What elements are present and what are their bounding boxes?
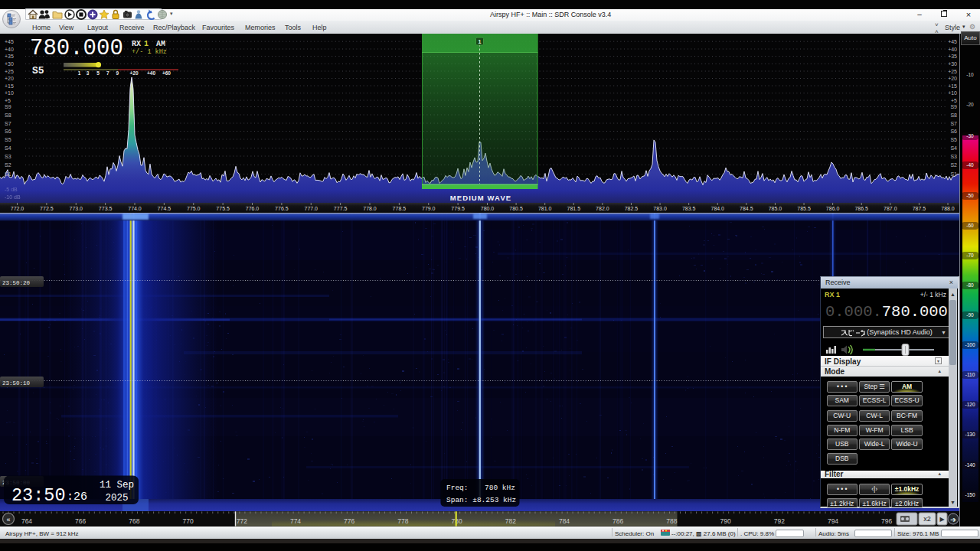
svg-text:+20: +20 <box>129 70 138 76</box>
svg-text:780.000: 780.000 <box>30 36 123 61</box>
svg-text:780.5: 780.5 <box>509 206 523 211</box>
svg-text:+40: +40 <box>147 70 155 76</box>
svg-text:782.0: 782.0 <box>596 206 609 211</box>
svg-text:788: 788 <box>666 517 677 525</box>
svg-text:+20: +20 <box>948 76 957 81</box>
svg-text:-10 dB: -10 dB <box>5 194 21 200</box>
svg-text:+30: +30 <box>948 61 957 67</box>
svg-text:764: 764 <box>21 517 32 525</box>
svg-text:776.5: 776.5 <box>275 206 289 211</box>
svg-text:+45: +45 <box>948 39 957 44</box>
svg-text:1: 1 <box>78 70 81 76</box>
svg-text:23:50:10: 23:50:10 <box>2 380 31 386</box>
svg-text:785.0: 785.0 <box>769 206 782 211</box>
svg-text:S7: S7 <box>5 121 11 126</box>
svg-text:➔: ➔ <box>950 516 956 523</box>
svg-text:790: 790 <box>720 517 731 525</box>
svg-text:787.5: 787.5 <box>913 206 926 211</box>
svg-text:+40: +40 <box>5 47 14 52</box>
svg-text:772.0: 772.0 <box>11 206 24 211</box>
svg-text:Freq:: Freq: <box>446 484 469 492</box>
svg-text:Span: ±8.253 kHz: Span: ±8.253 kHz <box>446 496 516 504</box>
svg-text:794: 794 <box>828 517 838 525</box>
svg-text:S3: S3 <box>5 154 11 159</box>
svg-text:786.5: 786.5 <box>854 206 868 211</box>
svg-text:784.5: 784.5 <box>740 206 753 211</box>
svg-text:770: 770 <box>183 517 194 525</box>
svg-text:775.0: 775.0 <box>187 206 201 211</box>
svg-text:S6: S6 <box>950 129 957 134</box>
svg-text:S2: S2 <box>5 162 11 168</box>
svg-text:S1: S1 <box>5 171 11 177</box>
svg-text:+25: +25 <box>948 69 957 74</box>
svg-text:RX: RX <box>132 40 141 48</box>
svg-text:774.0: 774.0 <box>128 206 142 211</box>
svg-text:+15: +15 <box>5 83 14 89</box>
svg-text:+20: +20 <box>5 76 14 81</box>
svg-text:792: 792 <box>774 517 785 525</box>
svg-text:773.5: 773.5 <box>99 206 113 211</box>
svg-text:768: 768 <box>129 517 139 525</box>
svg-text:+40: +40 <box>948 47 957 52</box>
svg-text:786: 786 <box>612 517 623 525</box>
svg-text:5: 5 <box>96 70 100 76</box>
svg-text:+35: +35 <box>948 54 957 59</box>
svg-text:+/- 1 kHz: +/- 1 kHz <box>132 48 167 56</box>
svg-text:776: 776 <box>344 517 354 525</box>
svg-text:784: 784 <box>559 517 570 525</box>
svg-text:-5 dB: -5 dB <box>5 187 18 192</box>
svg-text:787.0: 787.0 <box>884 206 897 211</box>
svg-text:779.0: 779.0 <box>422 206 436 211</box>
svg-text:S2: S2 <box>950 162 957 168</box>
svg-text:783.0: 783.0 <box>653 206 667 211</box>
svg-text:S3: S3 <box>950 154 957 159</box>
svg-text:+30: +30 <box>5 61 14 67</box>
svg-text:+35: +35 <box>5 54 14 59</box>
svg-text:AM: AM <box>156 40 165 48</box>
svg-text:S9: S9 <box>5 104 11 109</box>
svg-text:x2: x2 <box>923 515 931 523</box>
svg-text:9: 9 <box>116 70 119 76</box>
svg-text:781.0: 781.0 <box>538 206 552 211</box>
svg-text:+5: +5 <box>951 98 957 103</box>
svg-text:3: 3 <box>87 70 90 76</box>
svg-text:778: 778 <box>397 517 408 525</box>
svg-text:782: 782 <box>505 517 516 525</box>
svg-text:778.5: 778.5 <box>393 206 407 211</box>
svg-text:+15: +15 <box>948 83 957 89</box>
svg-text:777.0: 777.0 <box>304 206 318 211</box>
svg-text:+5: +5 <box>5 98 11 103</box>
svg-text:776.0: 776.0 <box>246 206 260 211</box>
svg-text:772.5: 772.5 <box>40 206 54 211</box>
svg-text:1: 1 <box>144 40 149 48</box>
svg-text:23:50:20: 23:50:20 <box>2 280 31 286</box>
svg-text:784.0: 784.0 <box>710 206 724 211</box>
svg-text:+45: +45 <box>5 39 14 44</box>
svg-text:779.5: 779.5 <box>451 206 465 211</box>
svg-text:774: 774 <box>290 517 301 525</box>
svg-text:778.0: 778.0 <box>363 206 377 211</box>
svg-text:S5: S5 <box>32 65 44 77</box>
svg-text:783.5: 783.5 <box>682 206 696 211</box>
svg-text:+25: +25 <box>5 69 14 74</box>
svg-text:23:50: 23:50 <box>11 485 66 506</box>
svg-text:774.5: 774.5 <box>158 206 172 211</box>
svg-text:780.0: 780.0 <box>481 206 495 211</box>
svg-text:S8: S8 <box>5 112 11 118</box>
svg-text::26: :26 <box>67 491 87 504</box>
svg-text:2025: 2025 <box>106 493 129 504</box>
svg-text:S6: S6 <box>5 129 11 134</box>
svg-text:780 kHz: 780 kHz <box>485 484 515 492</box>
svg-text:S8: S8 <box>950 112 957 118</box>
svg-text:788.0: 788.0 <box>941 206 955 211</box>
svg-text:786.0: 786.0 <box>826 206 840 211</box>
svg-text:S4: S4 <box>950 145 957 151</box>
svg-text:775.5: 775.5 <box>216 206 230 211</box>
svg-text:S7: S7 <box>950 121 957 126</box>
svg-text:+10: +10 <box>5 90 14 96</box>
svg-text:773.0: 773.0 <box>69 206 83 211</box>
svg-text:7: 7 <box>106 70 109 76</box>
svg-text:S9: S9 <box>950 104 957 109</box>
svg-text:▶: ▶ <box>939 516 945 523</box>
svg-text:1: 1 <box>479 39 482 44</box>
